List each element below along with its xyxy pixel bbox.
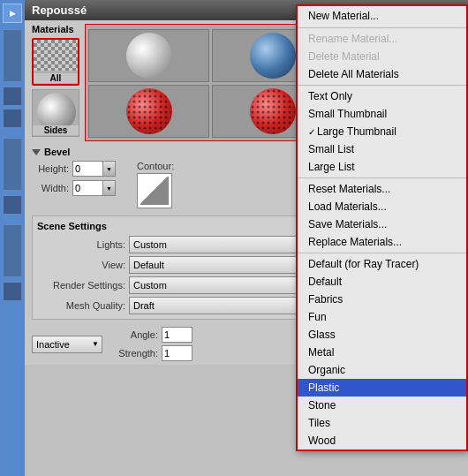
svg-point-5 bbox=[251, 89, 295, 133]
svg-point-2 bbox=[127, 89, 171, 133]
bevel-label: Bevel bbox=[44, 147, 70, 157]
contour-section: Contour: bbox=[137, 161, 174, 208]
inactive-dropdown[interactable]: Inactive ▼ bbox=[32, 336, 102, 353]
menu-tiles[interactable]: Tiles bbox=[298, 414, 466, 432]
mat-cell-1[interactable] bbox=[88, 29, 209, 82]
contour-label: Contour: bbox=[137, 161, 174, 171]
width-row: Width: 0 ▼ bbox=[32, 180, 116, 196]
strength-label: Strength: bbox=[109, 348, 158, 359]
left-slider-track[interactable] bbox=[3, 29, 22, 82]
menu-fun[interactable]: Fun bbox=[298, 308, 466, 326]
materials-label: Materials bbox=[32, 24, 79, 34]
menu-default-ray[interactable]: Default (for Ray Tracer) bbox=[298, 255, 466, 273]
mesh-label: Mesh Quality: bbox=[37, 300, 125, 311]
sphere-blue bbox=[250, 33, 296, 79]
height-input-group: 0 ▼ bbox=[72, 161, 116, 177]
width-arrow-btn[interactable]: ▼ bbox=[103, 180, 116, 196]
accent-btn-1[interactable]: ▶ bbox=[3, 4, 22, 23]
strength-input[interactable]: 1 bbox=[162, 345, 192, 361]
inactive-arrow: ▼ bbox=[92, 340, 99, 348]
contour-box[interactable] bbox=[137, 173, 172, 208]
menu-small-list[interactable]: Small List bbox=[298, 140, 466, 158]
menu-metal[interactable]: Metal bbox=[298, 344, 466, 361]
height-row: Height: 0 ▼ bbox=[32, 161, 116, 177]
menu-sep-3 bbox=[298, 178, 466, 178]
accent-btn-4[interactable] bbox=[3, 195, 22, 215]
sphere-red-1 bbox=[126, 88, 172, 134]
menu-rename-material: Rename Material... bbox=[298, 30, 466, 48]
angle-input[interactable]: 1 bbox=[162, 327, 192, 343]
menu-text-only[interactable]: Text Only bbox=[298, 87, 466, 105]
menu-replace-materials[interactable]: Replace Materials... bbox=[298, 233, 466, 251]
menu-organic[interactable]: Organic bbox=[298, 361, 466, 379]
bevel-inputs: Height: 0 ▼ Width: 0 ▼ bbox=[32, 161, 116, 196]
menu-stone[interactable]: Stone bbox=[298, 397, 466, 414]
menu-large-thumbnail[interactable]: ✓ Large Thumbnail bbox=[298, 123, 466, 140]
menu-small-thumbnail[interactable]: Small Thumbnail bbox=[298, 105, 466, 123]
menu-save-materials[interactable]: Save Materials... bbox=[298, 215, 466, 233]
context-menu: New Material... Rename Material... Delet… bbox=[296, 4, 468, 451]
menu-delete-material: Delete Material bbox=[298, 48, 466, 65]
width-input[interactable]: 0 bbox=[72, 180, 103, 196]
panel-title: Repoussé bbox=[32, 4, 87, 17]
width-input-group: 0 ▼ bbox=[72, 180, 116, 196]
bevel-toggle[interactable] bbox=[32, 149, 41, 155]
menu-delete-all[interactable]: Delete All Materials bbox=[298, 65, 466, 83]
height-input[interactable]: 0 bbox=[72, 161, 103, 177]
lights-label: Lights: bbox=[37, 239, 125, 250]
menu-sep-4 bbox=[298, 253, 466, 253]
menu-sep-2 bbox=[298, 85, 466, 86]
all-label: All bbox=[34, 73, 78, 83]
sphere-red-2 bbox=[250, 88, 296, 134]
left-slider-track-2[interactable] bbox=[3, 138, 22, 191]
left-accent-bar: ▶ bbox=[0, 0, 25, 476]
checkmark-icon: ✓ bbox=[308, 127, 315, 137]
menu-large-list[interactable]: Large List bbox=[298, 158, 466, 176]
view-label: View: bbox=[37, 260, 125, 270]
width-label: Width: bbox=[32, 183, 69, 193]
menu-plastic[interactable]: Plastic bbox=[298, 379, 466, 397]
height-label: Height: bbox=[32, 163, 69, 174]
menu-new-material[interactable]: New Material... bbox=[298, 6, 466, 26]
menu-load-materials[interactable]: Load Materials... bbox=[298, 198, 466, 215]
angle-label: Angle: bbox=[109, 329, 158, 340]
contour-preview bbox=[140, 177, 169, 205]
accent-btn-2[interactable] bbox=[3, 87, 22, 106]
mat-cell-4[interactable] bbox=[88, 85, 209, 138]
accent-btn-5[interactable] bbox=[3, 282, 22, 301]
menu-reset-materials[interactable]: Reset Materials... bbox=[298, 180, 466, 198]
sides-label: Sides bbox=[33, 125, 79, 135]
menu-default[interactable]: Default bbox=[298, 273, 466, 291]
left-slider-track-3[interactable] bbox=[3, 224, 22, 277]
materials-all-button[interactable]: All bbox=[32, 38, 79, 86]
height-arrow-btn[interactable]: ▼ bbox=[103, 161, 116, 177]
menu-glass[interactable]: Glass bbox=[298, 326, 466, 344]
render-label: Render Settings: bbox=[37, 280, 125, 291]
sphere-white bbox=[126, 33, 172, 79]
materials-sides-button[interactable]: Sides bbox=[32, 89, 79, 137]
accent-btn-3[interactable] bbox=[3, 109, 22, 128]
menu-wood[interactable]: Wood bbox=[298, 432, 466, 450]
menu-sep-1 bbox=[298, 27, 466, 28]
menu-fabrics[interactable]: Fabrics bbox=[298, 291, 466, 308]
